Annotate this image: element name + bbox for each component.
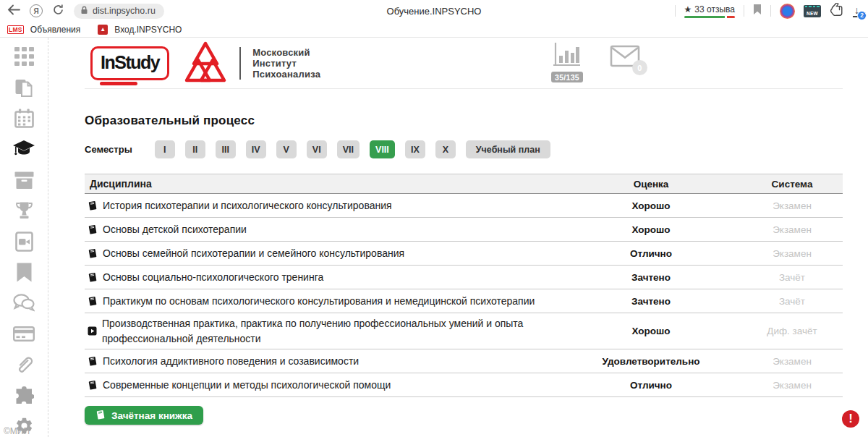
sidebar: ©МИП (0, 38, 48, 437)
sidebar-item-archive[interactable] (14, 171, 34, 191)
semester-tab-1[interactable]: I (155, 140, 175, 158)
alert-notification-icon[interactable]: ! (842, 410, 859, 428)
mip-favicon: ▲ (98, 25, 108, 35)
system-value: Зачёт (741, 296, 843, 307)
trophy-icon (14, 201, 34, 224)
glove-extension-icon[interactable] (830, 3, 844, 19)
url-text: dist.inpsycho.ru (93, 6, 156, 16)
system-value: Диф. зачёт (741, 326, 843, 336)
semester-tab-4[interactable]: IV (246, 140, 266, 158)
discipline-link[interactable]: Производственная практика, практика по п… (102, 316, 552, 346)
sidebar-item-calendar[interactable] (14, 110, 34, 130)
grade-value: Отлично (561, 380, 741, 391)
disciplines-table: Дисциплина Оценка Система История психот… (85, 174, 843, 397)
progress-stats-button[interactable]: 35/135 (551, 42, 583, 82)
mip-triangles-logo[interactable] (183, 41, 228, 85)
browser-topbar: Обучение.INPSYCHO Я dist.inpsycho.ru ★ 3… (0, 0, 868, 22)
discipline-link[interactable]: Основы детской психотерапии (103, 222, 247, 237)
archive-box-icon (14, 171, 34, 192)
semester-tab-5[interactable]: V (276, 140, 297, 158)
sidebar-item-messages[interactable] (13, 294, 35, 314)
grade-value: Хорошо (561, 224, 741, 235)
sidebar-item-attachments[interactable] (15, 356, 33, 376)
book-icon (88, 272, 98, 282)
semester-tab-8-active[interactable]: VIII (370, 140, 395, 158)
refresh-icon[interactable] (52, 4, 64, 19)
bookmark-login[interactable]: Вход.INPSYCHO (114, 25, 182, 35)
grade-value: Зачтено (561, 272, 741, 283)
credit-card-icon (13, 326, 35, 344)
sidebar-item-payments[interactable] (13, 326, 35, 345)
discipline-link[interactable]: Основы семейной психотерапии и семейного… (103, 246, 404, 260)
back-icon[interactable] (7, 4, 20, 18)
graduation-cap-icon (12, 140, 35, 161)
new-extension-icon[interactable]: NEW (804, 5, 821, 17)
instudy-logo[interactable]: InStudy (90, 46, 169, 80)
chat-icon (13, 294, 35, 315)
semesters-label: Семестры (85, 144, 132, 155)
system-value: Экзамен (741, 380, 843, 391)
sidebar-item-video[interactable] (15, 233, 33, 253)
book-icon (88, 224, 98, 234)
semester-tab-10[interactable]: X (435, 140, 456, 158)
browser-profile-icon[interactable]: Я (30, 4, 43, 17)
discipline-link[interactable]: Психология аддиктивного поведения и соза… (103, 354, 359, 368)
semester-tab-7[interactable]: VII (337, 140, 359, 158)
divider (770, 5, 771, 17)
system-value: Экзамен (741, 224, 843, 235)
discipline-link[interactable]: Основы социально-психологического тренин… (103, 270, 323, 284)
bar-chart-icon (553, 42, 581, 70)
play-icon (88, 326, 97, 336)
semester-tab-6[interactable]: VI (307, 140, 327, 158)
table-row: Производственная практика, практика по п… (85, 313, 843, 349)
downloads-icon[interactable]: ↓ 2 (853, 5, 861, 17)
system-value: Экзамен (741, 356, 843, 367)
table-row: Основы семейной психотерапии и семейного… (85, 242, 843, 266)
semester-tabs: Семестры I II III IV V VI VII VIII IX X … (85, 140, 843, 158)
discipline-link[interactable]: Практикум по основам психологического ко… (103, 294, 535, 308)
documents-icon (15, 78, 33, 101)
site-reviews[interactable]: ★ 33 отзыва (684, 4, 735, 18)
main-content: InStudy Московский Институт Психоанализа (48, 38, 868, 437)
semester-tab-9[interactable]: IX (405, 140, 425, 158)
grade-value: Зачтено (561, 296, 741, 307)
column-header-grade: Оценка (561, 179, 741, 190)
extension-avatar-icon[interactable] (780, 4, 795, 19)
lms-favicon: LMS (7, 25, 24, 34)
address-bar[interactable]: dist.inpsycho.ru (74, 4, 164, 19)
bookmarks-bar: LMS Объявления ▲ Вход.INPSYCHO (0, 22, 868, 38)
bookmark-announcements[interactable]: Объявления (30, 25, 80, 35)
mail-button[interactable]: 0 (610, 45, 640, 70)
discipline-link[interactable]: История психотерапии и психологического … (103, 198, 392, 213)
semester-tab-3[interactable]: III (216, 140, 236, 158)
instudy-logo-text: InStudy (101, 52, 159, 72)
sidebar-item-extras[interactable] (14, 387, 34, 407)
rating-bar (684, 16, 735, 18)
downloads-badge: 2 (857, 11, 867, 20)
system-value: Экзамен (741, 248, 843, 259)
table-row: Основы детской психотерапии Хорошо Экзам… (85, 218, 843, 242)
gradebook-button[interactable]: Зачётная книжка (85, 406, 203, 425)
star-icon: ★ (684, 4, 692, 14)
gradebook-button-label: Зачётная книжка (111, 410, 192, 421)
grid-icon (14, 47, 34, 69)
column-header-discipline: Дисциплина (85, 174, 561, 194)
grade-value: Хорошо (561, 200, 741, 211)
bookmark-icon[interactable] (753, 4, 762, 18)
table-header-row: Дисциплина Оценка Система (85, 174, 843, 194)
book-icon (88, 296, 98, 306)
institute-name: Московский Институт Психоанализа (252, 47, 320, 80)
sidebar-item-education[interactable] (12, 141, 35, 161)
site-header: InStudy Московский Институт Психоанализа (85, 38, 843, 89)
sidebar-item-achievements[interactable] (14, 203, 34, 222)
system-value: Экзамен (741, 200, 843, 211)
copyright-label: ©МИП (4, 426, 30, 436)
sidebar-item-dashboard[interactable] (14, 48, 34, 68)
table-row: История психотерапии и психологического … (85, 194, 843, 218)
semester-tab-2[interactable]: II (185, 140, 205, 158)
book-icon (88, 380, 98, 390)
sidebar-item-documents[interactable] (15, 80, 33, 99)
curriculum-button[interactable]: Учебный план (466, 140, 550, 158)
sidebar-item-bookmarks[interactable] (16, 264, 33, 284)
discipline-link[interactable]: Современные концепции и методы психологи… (103, 378, 391, 392)
